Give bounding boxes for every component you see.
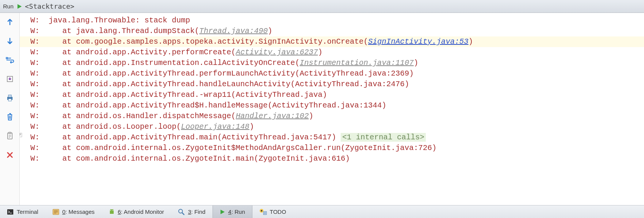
stack-frame-source-link[interactable]: Handler.java:102: [236, 112, 309, 120]
trace-line: W: at com.android.internal.os.ZygoteInit…: [20, 153, 644, 164]
stack-frame-source-link: ActivityThread.java: [236, 90, 322, 99]
tool-tab-messages[interactable]: 0: Messages: [46, 205, 102, 218]
trace-line: W: at android.app.ActivityThread.handleL…: [20, 79, 644, 90]
log-tag: W:: [30, 80, 40, 88]
stack-frame-source-link: ZygoteInit.java:616: [259, 154, 345, 163]
tool-window-bar: Terminal0: Messages6: Android Monitor3: …: [0, 205, 644, 218]
stacktrace-output[interactable]: W: java.lang.Throwable: stack dumpW: at …: [20, 13, 644, 205]
trash-icon[interactable]: [4, 111, 16, 123]
svg-marker-16: [220, 210, 225, 214]
terminal-icon: [7, 209, 14, 215]
scroll-to-end-icon[interactable]: [4, 73, 16, 85]
stack-frame-source-link[interactable]: Looper.java:148: [181, 122, 249, 131]
stack-frame-method: android.app.ActivityThread.performLaunch…: [76, 69, 295, 78]
stack-frame-source-link[interactable]: Instrumentation.java:1107: [300, 58, 414, 67]
log-tag: W:: [30, 37, 40, 46]
stack-frame-method: android.os.Looper.loop: [76, 122, 176, 131]
trace-line: W: java.lang.Throwable: stack dump: [20, 15, 644, 26]
log-tag: W:: [30, 144, 40, 152]
stack-frame-method: android.app.Activity.performCreate: [76, 48, 231, 57]
trace-line: +W: at android.app.ActivityThread.main(A…: [20, 132, 644, 143]
log-tag: W:: [30, 90, 40, 99]
trace-line: W: at android.os.Looper.loop(Looper.java…: [20, 122, 644, 132]
trace-line: W: at com.android.internal.os.ZygoteInit…: [20, 143, 644, 153]
stack-frame-method: android.os.Handler.dispatchMessage: [76, 112, 231, 120]
tool-tab-terminal[interactable]: Terminal: [0, 205, 46, 218]
log-tag: W:: [30, 58, 40, 67]
run-label: Run: [3, 3, 14, 9]
stack-frame-source-link[interactable]: SignInActivity.java:53: [368, 37, 468, 46]
internal-calls-badge[interactable]: <1 internal calls>: [341, 133, 426, 142]
stack-frame-method: com.android.internal.os.ZygoteInit$Metho…: [76, 144, 341, 152]
trace-line: W: at android.app.ActivityThread.-wrap11…: [20, 90, 644, 100]
run-icon: [220, 209, 225, 215]
close-icon[interactable]: [4, 149, 16, 161]
soft-wrap-icon[interactable]: [4, 54, 16, 66]
main-area: W: java.lang.Throwable: stack dumpW: at …: [0, 13, 644, 205]
stack-frame-source-link[interactable]: Activity.java:6237: [236, 48, 318, 57]
stack-frame-method: com.android.internal.os.ZygoteInit.main: [76, 154, 254, 163]
expand-icon[interactable]: +: [20, 133, 22, 137]
stack-frame-source-link[interactable]: Thread.java:490: [199, 27, 268, 35]
trace-line: W: at java.lang.Thread.dumpStack(Thread.…: [20, 26, 644, 36]
tool-tab-label: 6: Android Monitor: [118, 209, 164, 215]
trace-line: W: at android.app.ActivityThread.perform…: [20, 68, 644, 79]
print-icon[interactable]: [4, 92, 16, 104]
stack-frame-source-link: ActivityThread.java:5417: [222, 133, 332, 142]
todo-icon: [259, 209, 267, 215]
stack-frame-source-link: ActivityThread.java:1344: [272, 101, 382, 110]
stacktrace-tab-label[interactable]: <Stacktrace>: [25, 2, 75, 10]
run-icon[interactable]: [17, 4, 22, 9]
svg-line-15: [182, 213, 184, 215]
stack-frame-method: android.app.Instrumentation.callActivity…: [76, 58, 295, 67]
stack-frame-method: android.app.ActivityThread.-wrap11: [76, 90, 231, 99]
stack-frame-method: java.lang.Thread.dumpStack: [76, 27, 195, 35]
tool-tab-find[interactable]: 3: Find: [171, 205, 213, 218]
svg-rect-5: [8, 99, 11, 101]
log-tag: W:: [30, 27, 40, 35]
stack-frame-source-link: ZygoteInit.java:726: [345, 144, 432, 152]
svg-rect-8: [7, 209, 13, 215]
trace-line: W: at android.app.Instrumentation.callAc…: [20, 58, 644, 68]
log-tag: W:: [30, 154, 40, 163]
svg-marker-0: [17, 4, 22, 9]
tool-tab-label: 4: Run: [228, 209, 245, 215]
tool-tab-label: TODO: [270, 209, 286, 215]
messages-icon: [52, 209, 59, 215]
trace-line: W: at android.app.ActivityThread$H.handl…: [20, 100, 644, 111]
tool-tab-run[interactable]: 4: Run: [213, 205, 252, 218]
trace-line: W: at android.os.Handler.dispatchMessage…: [20, 111, 644, 122]
log-tag: W:: [30, 101, 40, 110]
down-arrow-icon[interactable]: [4, 35, 16, 47]
stack-frame-source-link: ActivityThread.java:2369: [300, 69, 409, 78]
tool-tab-label: Terminal: [17, 209, 38, 215]
tool-tab-label: 0: Messages: [62, 209, 95, 215]
svg-rect-7: [9, 132, 11, 134]
find-icon: [178, 209, 185, 215]
log-tag: W:: [30, 112, 40, 120]
tool-tab-android-monitor[interactable]: 6: Android Monitor: [102, 205, 171, 218]
stack-frame-method: android.app.ActivityThread.handleLaunchA…: [76, 80, 290, 88]
trace-line: W: at android.app.Activity.performCreate…: [20, 47, 644, 58]
svg-rect-19: [263, 212, 266, 215]
log-tag: W:: [30, 69, 40, 78]
log-tag: W:: [30, 133, 40, 142]
tool-tab-todo[interactable]: TODO: [252, 205, 293, 218]
tool-tab-label: 3: Find: [188, 209, 205, 215]
svg-point-18: [261, 210, 262, 212]
log-tag: W:: [30, 48, 40, 57]
trace-head-text: java.lang.Throwable: stack dump: [40, 16, 190, 25]
up-arrow-icon[interactable]: [4, 16, 16, 28]
log-tag: W:: [30, 16, 40, 25]
stack-frame-source-link: ActivityThread.java:2476: [295, 80, 404, 88]
clipboard-icon[interactable]: [4, 130, 16, 142]
svg-rect-4: [8, 95, 11, 97]
log-tag: W:: [30, 122, 40, 131]
tool-gutter: [0, 13, 20, 205]
android-icon: [109, 209, 115, 215]
run-header: Run <Stacktrace>: [0, 0, 644, 13]
stack-frame-method: android.app.ActivityThread$H.handleMessa…: [76, 101, 268, 110]
trace-line: W: at com.google.samples.apps.topeka.act…: [20, 36, 644, 47]
stack-frame-method: com.google.samples.apps.topeka.activity.…: [76, 37, 363, 46]
stack-frame-method: android.app.ActivityThread.main: [76, 133, 217, 142]
